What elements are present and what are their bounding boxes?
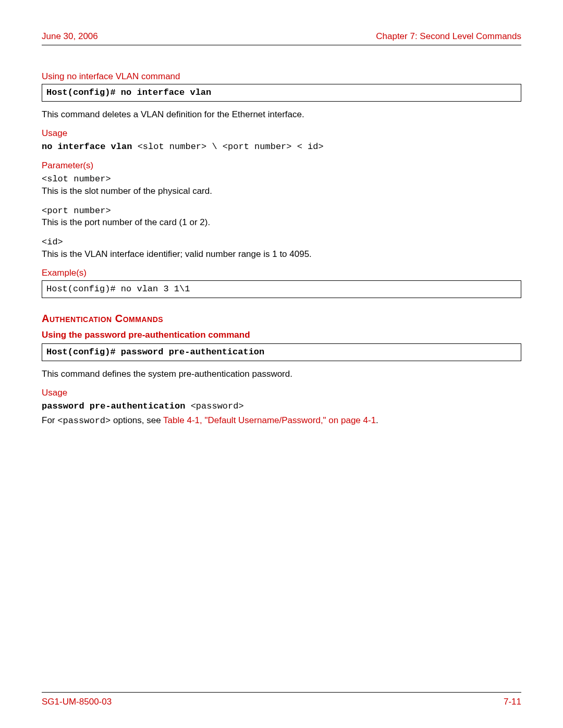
parameters-label: Parameter(s) <box>42 161 521 171</box>
reference-line: For <password> options, see Table 4-1, "… <box>42 415 521 427</box>
usage-label: Usage <box>42 388 521 398</box>
usage-cmd-bold: no interface vlan <box>42 142 132 152</box>
footer-rule <box>42 692 521 693</box>
command-box-password-preauth: Host(config)# password pre-authenticatio… <box>42 343 521 361</box>
footer-page-number: 7-11 <box>504 697 521 707</box>
param-slot-number: <slot number> This is the slot number of… <box>42 173 521 198</box>
header-date: June 30, 2006 <box>42 31 98 42</box>
param-desc: This is the slot number of the physical … <box>42 186 212 196</box>
ref-mid: options, see <box>111 415 163 425</box>
header-rule <box>42 45 521 45</box>
examples-label: Example(s) <box>42 268 521 278</box>
command-box-no-interface-vlan: Host(config)# no interface vlan <box>42 84 521 102</box>
header-chapter: Chapter 7: Second Level Commands <box>376 31 521 42</box>
footer-doc-id: SG1-UM-8500-03 <box>42 697 112 707</box>
cross-reference-link[interactable]: Table 4-1, "Default Username/Password," … <box>163 415 376 425</box>
param-desc: This is the VLAN interface identifier; v… <box>42 249 312 259</box>
usage-line-no-interface-vlan: no interface vlan <slot number> \ <port … <box>42 141 521 153</box>
usage-cmd-rest: <slot number> \ <port number> < id> <box>132 142 323 152</box>
param-port-number: <port number> This is the port number of… <box>42 205 521 229</box>
page: June 30, 2006 Chapter 7: Second Level Co… <box>0 0 563 728</box>
param-id: <id> This is the VLAN interface identifi… <box>42 236 521 261</box>
ref-prefix: For <box>42 415 57 425</box>
param-code: <slot number> <box>42 174 111 184</box>
ref-code: <password> <box>57 416 111 426</box>
page-footer: SG1-UM-8500-03 7-11 <box>42 692 521 707</box>
page-header: June 30, 2006 Chapter 7: Second Level Co… <box>42 31 521 42</box>
ref-suffix: . <box>376 415 378 425</box>
usage-cmd-rest: <password> <box>185 401 243 411</box>
usage-cmd-bold: password pre-authentication <box>42 401 185 411</box>
desc-no-interface-vlan: This command deletes a VLAN definition f… <box>42 109 521 121</box>
param-code: <id> <box>42 237 63 247</box>
example-box-no-vlan: Host(config)# no vlan 3 1\1 <box>42 280 521 298</box>
param-desc: This is the port number of the card (1 o… <box>42 217 210 227</box>
footer-row: SG1-UM-8500-03 7-11 <box>42 697 521 707</box>
section-heading-password-preauth: Using the password pre-authentication co… <box>42 330 521 340</box>
param-code: <port number> <box>42 206 111 216</box>
section-title-authentication-commands: Authentication Commands <box>42 313 521 325</box>
usage-line-password-preauth: password pre-authentication <password> <box>42 400 521 413</box>
section-heading-no-interface-vlan: Using no interface VLAN command <box>42 71 521 82</box>
usage-label: Usage <box>42 128 521 139</box>
desc-password-preauth: This command defines the system pre-auth… <box>42 368 521 380</box>
